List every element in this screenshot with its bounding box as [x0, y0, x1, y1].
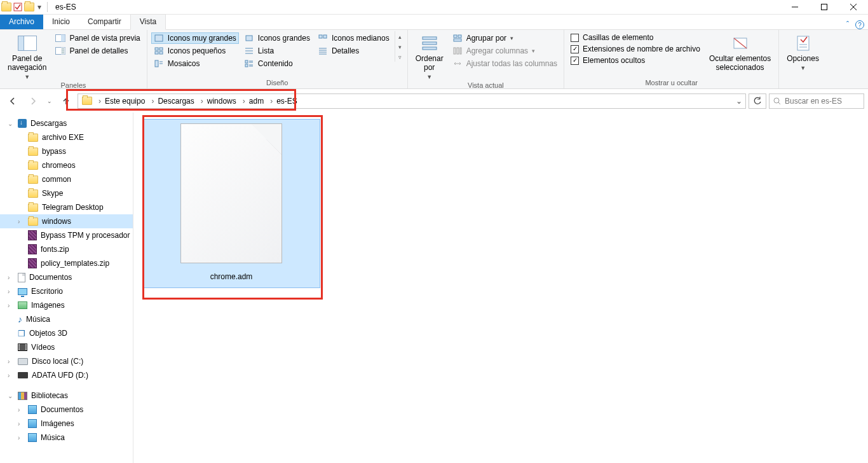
add-columns-button[interactable]: Agregar columnas ▾: [450, 45, 560, 57]
up-button[interactable]: [57, 92, 75, 110]
layout-gallery-up-icon[interactable]: ▴: [397, 32, 403, 41]
xl-icons-label: Iconos muy grandes: [168, 34, 236, 43]
tree-disco-c[interactable]: ›Disco local (C:): [0, 354, 133, 368]
chevron-right-icon[interactable]: ›: [149, 97, 156, 106]
tree-descargas[interactable]: ⌄Descargas: [0, 116, 133, 130]
main-area: ⌄Descargas archivo EXE bypass chromeos c…: [0, 113, 868, 463]
layout-extra-large-icons[interactable]: Iconos muy grandes: [151, 32, 239, 44]
tree-objetos3d[interactable]: ❒Objetos 3D: [0, 326, 133, 340]
layout-gallery-more-icon[interactable]: ▿: [397, 53, 403, 62]
tree-item[interactable]: common: [0, 172, 133, 186]
tab-inicio[interactable]: Inicio: [43, 15, 79, 29]
tree-imagenes[interactable]: ›Imágenes: [0, 298, 133, 312]
svg-rect-2: [822, 4, 827, 10]
preview-pane-button[interactable]: Panel de vista previa: [53, 32, 142, 44]
crumb-adm[interactable]: adm: [249, 97, 264, 106]
minimize-button[interactable]: [780, 0, 810, 15]
file-list[interactable]: chrome.adm: [133, 113, 868, 463]
navigation-pane-button[interactable]: Panel de navegación ▼: [4, 31, 50, 80]
crumb-windows[interactable]: windows: [207, 97, 236, 106]
svg-rect-44: [454, 48, 456, 54]
group-by-button[interactable]: Agrupar por ▾: [450, 32, 560, 44]
size-all-columns-button[interactable]: Ajustar todas las columnas: [450, 58, 560, 69]
hide-icon: [730, 33, 750, 53]
refresh-button[interactable]: [749, 93, 766, 109]
svg-rect-0: [14, 3, 22, 11]
layout-medium-icons[interactable]: Iconos medianos: [315, 32, 392, 44]
chevron-right-icon[interactable]: ›: [240, 97, 248, 106]
navigation-tree[interactable]: ⌄Descargas archivo EXE bypass chromeos c…: [0, 113, 133, 463]
tree-item[interactable]: Bypass TPM y procesador: [0, 228, 133, 242]
address-dropdown-icon[interactable]: ⌄: [733, 97, 745, 106]
layout-tiles[interactable]: Mosaicos: [151, 58, 239, 69]
breadcrumb[interactable]: ›Este equipo ›Descargas ›windows ›adm ›e…: [78, 93, 746, 109]
chevron-right-icon[interactable]: ›: [268, 97, 275, 106]
recent-dropdown[interactable]: ⌄: [44, 92, 55, 110]
sort-by-button[interactable]: Ordenar por ▼: [412, 31, 447, 80]
chevron-right-icon[interactable]: ›: [198, 97, 206, 106]
crumb-este-equipo[interactable]: Este equipo: [105, 97, 145, 106]
hide-selected-button[interactable]: Ocultar elementos seleccionados: [705, 31, 775, 73]
tree-bibliotecas[interactable]: ⌄Bibliotecas: [0, 389, 133, 403]
hidden-items-toggle[interactable]: Elementos ocultos: [568, 55, 703, 66]
details-pane-button[interactable]: Panel de detalles: [53, 45, 142, 57]
file-chrome-adm[interactable]: chrome.adm: [142, 119, 320, 288]
tree-lib-musica[interactable]: ›Música: [0, 431, 133, 445]
collapse-ribbon-icon[interactable]: ˆ: [846, 20, 849, 29]
search-input[interactable]: Buscar en es-ES: [769, 93, 864, 109]
tree-documentos[interactable]: ›Documentos: [0, 270, 133, 284]
help-icon[interactable]: ?: [855, 20, 864, 29]
tree-item-windows[interactable]: ›windows: [0, 214, 133, 228]
preview-pane-label: Panel de vista previa: [69, 34, 140, 43]
layout-spacer: [315, 58, 392, 69]
layout-large-icons[interactable]: Iconos grandes: [241, 32, 313, 44]
file-extensions-toggle[interactable]: Extensiones de nombre de archivo: [568, 44, 703, 54]
tree-item[interactable]: chromeos: [0, 158, 133, 172]
chevron-right-icon[interactable]: ›: [96, 97, 104, 106]
item-checkboxes-toggle[interactable]: Casillas de elemento: [568, 32, 703, 43]
tree-item[interactable]: policy_templates.zip: [0, 256, 133, 270]
tree-item[interactable]: Telegram Desktop: [0, 200, 133, 214]
tab-compartir[interactable]: Compartir: [79, 15, 130, 29]
svg-rect-49: [797, 36, 809, 50]
tree-usb-d[interactable]: ›ADATA UFD (D:): [0, 368, 133, 382]
qat-properties-icon[interactable]: [13, 2, 23, 12]
size-columns-label: Ajustar todas las columnas: [466, 59, 557, 68]
crumb-descargas[interactable]: Descargas: [158, 97, 194, 106]
expand-icon[interactable]: ›: [18, 218, 24, 225]
collapse-icon[interactable]: ⌄: [8, 120, 14, 127]
navigation-pane-label: Panel de navegación: [8, 55, 46, 73]
svg-rect-41: [454, 35, 457, 38]
layout-details[interactable]: Detalles: [315, 45, 392, 57]
forward-button[interactable]: [24, 92, 42, 110]
svg-rect-45: [457, 48, 459, 54]
back-button[interactable]: [4, 92, 22, 110]
tree-item[interactable]: archivo EXE: [0, 130, 133, 144]
tree-label: common: [42, 175, 71, 184]
close-button[interactable]: [839, 0, 868, 15]
qat-dropdown-icon[interactable]: ▾: [36, 2, 43, 12]
sort-label: Ordenar por: [416, 55, 444, 73]
address-bar: ⌄ ›Este equipo ›Descargas ›windows ›adm …: [0, 89, 868, 113]
svg-rect-40: [423, 47, 437, 50]
layout-content[interactable]: Contenido: [241, 58, 313, 69]
tree-item[interactable]: fonts.zip: [0, 242, 133, 256]
tree-videos[interactable]: Vídeos: [0, 340, 133, 354]
tab-file[interactable]: Archivo: [0, 15, 43, 29]
maximize-button[interactable]: [810, 0, 839, 15]
tree-label: Música: [41, 433, 65, 442]
layout-small-icons[interactable]: Iconos pequeños: [151, 45, 239, 57]
crumb-es-es[interactable]: es-ES: [276, 97, 297, 106]
tree-lib-docs[interactable]: ›Documentos: [0, 403, 133, 417]
tab-vista[interactable]: Vista: [130, 14, 166, 30]
tree-item[interactable]: bypass: [0, 144, 133, 158]
options-button[interactable]: Opciones ▼: [783, 31, 823, 71]
qat-newfolder-icon[interactable]: [24, 3, 34, 11]
tree-item[interactable]: Skype: [0, 186, 133, 200]
layout-list[interactable]: Lista: [241, 45, 313, 57]
tree-escritorio[interactable]: ›Escritorio: [0, 284, 133, 298]
folder-icon: [28, 176, 38, 184]
tree-musica[interactable]: ♪Música: [0, 312, 133, 326]
tree-lib-img[interactable]: ›Imágenes: [0, 417, 133, 431]
layout-gallery-down-icon[interactable]: ▾: [397, 43, 403, 52]
